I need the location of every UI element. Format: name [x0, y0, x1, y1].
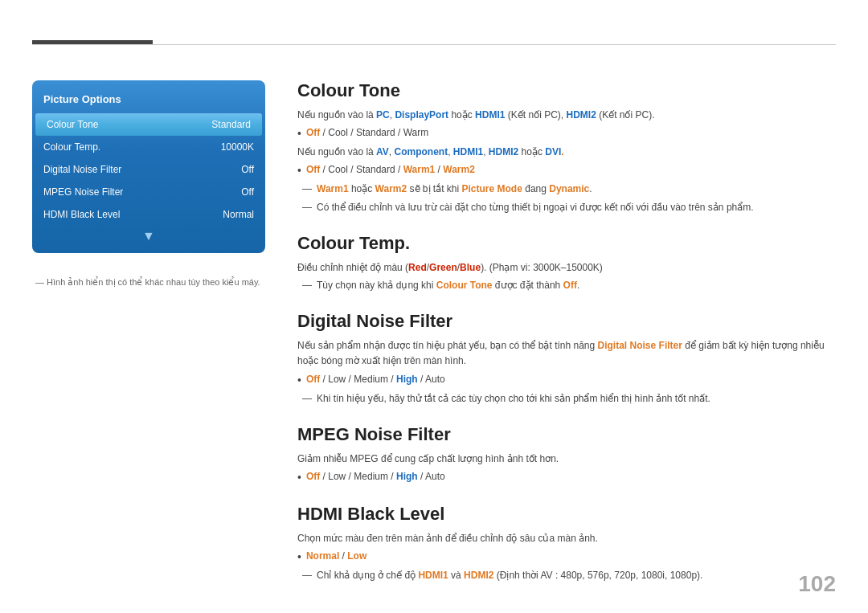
ct-bullet2-text: Off / Cool / Standard / Warm1 / Warm2: [306, 162, 475, 178]
ctemp-dash1-text: Tùy chọn này khả dụng khi Colour Tone đư…: [317, 278, 579, 293]
hbl-line1: Chọn mức màu đen trên màn ảnh để điều ch…: [297, 531, 836, 546]
panel-arrow-icon: ▼: [32, 226, 265, 245]
page-number: 102: [798, 571, 836, 597]
dash-icon1: —: [302, 182, 312, 197]
panel-title: Picture Options: [32, 88, 265, 113]
mnf-line1: Giảm nhiễu MPEG để cung cấp chất lượng h…: [297, 452, 836, 467]
section-title-colour-temp: Colour Temp.: [297, 233, 836, 254]
dash-icon2: —: [302, 200, 312, 215]
bullet-icon4: •: [297, 469, 301, 486]
section-body-digital-noise: Nếu sản phẩm nhận được tín hiệu phát yếu…: [297, 338, 836, 407]
menu-value-digital-noise: Off: [241, 164, 254, 175]
ct-bullet2: • Off / Cool / Standard / Warm1 / Warm2: [297, 162, 836, 179]
menu-label-digital-noise: Digital Noise Filter: [43, 164, 121, 175]
bullet-icon: •: [297, 125, 301, 142]
menu-value-colour-tone: Standard: [211, 119, 251, 130]
picture-options-box: Picture Options Colour Tone Standard Col…: [32, 80, 265, 253]
page-container: Picture Options Colour Tone Standard Col…: [0, 0, 868, 613]
menu-label-colour-temp: Colour Temp.: [43, 141, 100, 153]
dash-icon5: —: [302, 568, 312, 583]
ctemp-line1: Điều chỉnh nhiệt độ màu (Red/Green/Blue)…: [297, 260, 836, 276]
ct-bullet1: • Off / Cool / Standard / Warm: [297, 125, 836, 142]
menu-item-digital-noise[interactable]: Digital Noise Filter Off: [32, 158, 265, 181]
dash-icon4: —: [302, 391, 312, 407]
menu-item-mpeg-noise[interactable]: MPEG Noise Filter Off: [32, 181, 265, 203]
menu-item-colour-temp[interactable]: Colour Temp. 10000K: [32, 136, 265, 158]
hbl-bullet1: • Normal / Low: [297, 549, 836, 566]
section-body-colour-temp: Điều chỉnh nhiệt độ màu (Red/Green/Blue)…: [297, 260, 836, 293]
bullet-icon3: •: [297, 372, 301, 389]
right-panel: Colour Tone Nếu nguồn vào là PC, Display…: [289, 80, 836, 601]
ct-dash1: — Warm1 hoặc Warm2 sẽ bị tắt khi Picture…: [297, 182, 836, 197]
section-title-digital-noise: Digital Noise Filter: [297, 311, 836, 332]
section-body-colour-tone: Nếu nguồn vào là PC, DisplayPort hoặc HD…: [297, 108, 836, 215]
ct-dash1-text: Warm1 hoặc Warm2 sẽ bị tắt khi Picture M…: [317, 182, 592, 197]
menu-label-colour-tone: Colour Tone: [47, 119, 99, 130]
menu-value-colour-temp: 10000K: [221, 141, 254, 153]
top-divider: [32, 44, 836, 45]
menu-value-mpeg-noise: Off: [241, 186, 254, 198]
dnf-dash1-text: Khi tín hiệu yếu, hãy thử tắt cả các tùy…: [317, 391, 710, 407]
dash-icon3: —: [302, 278, 312, 293]
bullet-icon2: •: [297, 162, 301, 179]
section-digital-noise: Digital Noise Filter Nếu sản phẩm nhận đ…: [297, 311, 836, 407]
ct-dash2-text: Có thể điều chỉnh và lưu trừ cài đặt cho…: [317, 200, 754, 215]
section-colour-temp: Colour Temp. Điều chỉnh nhiệt độ màu (Re…: [297, 233, 836, 293]
section-hdmi-black: HDMI Black Level Chọn mức màu đen trên m…: [297, 504, 836, 583]
hbl-bullet1-text: Normal / Low: [306, 549, 366, 564]
mnf-bullet1-text: Off / Low / Medium / High / Auto: [306, 469, 445, 484]
ctemp-dash1: — Tùy chọn này khả dụng khi Colour Tone …: [297, 278, 836, 293]
menu-value-hdmi-black: Normal: [223, 209, 254, 220]
section-title-mpeg-noise: MPEG Noise Filter: [297, 424, 836, 445]
section-colour-tone: Colour Tone Nếu nguồn vào là PC, Display…: [297, 80, 836, 215]
ct-line2: Nếu nguồn vào là AV, Component, HDMI1, H…: [297, 145, 836, 160]
bullet-icon5: •: [297, 549, 301, 566]
left-panel: Picture Options Colour Tone Standard Col…: [32, 80, 265, 601]
content-wrapper: Picture Options Colour Tone Standard Col…: [32, 80, 836, 601]
dnf-bullet1-text: Off / Low / Medium / High / Auto: [306, 372, 445, 387]
mnf-bullet1: • Off / Low / Medium / High / Auto: [297, 469, 836, 486]
ct-bullet1-text: Off / Cool / Standard / Warm: [306, 125, 428, 141]
menu-item-colour-tone[interactable]: Colour Tone Standard: [35, 113, 262, 136]
section-title-hdmi-black: HDMI Black Level: [297, 504, 836, 525]
dnf-dash1: — Khi tín hiệu yếu, hãy thử tắt cả các t…: [297, 391, 836, 407]
section-mpeg-noise: MPEG Noise Filter Giảm nhiễu MPEG để cun…: [297, 424, 836, 486]
menu-label-hdmi-black: HDMI Black Level: [43, 209, 120, 220]
section-title-colour-tone: Colour Tone: [297, 80, 836, 101]
left-panel-note: Hình ảnh hiển thị có thể khác nhau tùy t…: [32, 277, 265, 288]
ct-dash2: — Có thể điều chỉnh và lưu trừ cài đặt c…: [297, 200, 836, 215]
menu-item-hdmi-black[interactable]: HDMI Black Level Normal: [32, 203, 265, 226]
ct-line1: Nếu nguồn vào là PC, DisplayPort hoặc HD…: [297, 108, 836, 123]
dnf-line1: Nếu sản phẩm nhận được tín hiệu phát yếu…: [297, 338, 836, 369]
section-body-hdmi-black: Chọn mức màu đen trên màn ảnh để điều ch…: [297, 531, 836, 583]
menu-label-mpeg-noise: MPEG Noise Filter: [43, 186, 123, 198]
hbl-dash1-text: Chỉ khả dụng ở chế độ HDMI1 và HDMI2 (Đị…: [317, 568, 702, 583]
dnf-bullet1: • Off / Low / Medium / High / Auto: [297, 372, 836, 389]
section-body-mpeg-noise: Giảm nhiễu MPEG để cung cấp chất lượng h…: [297, 452, 836, 486]
hbl-dash1: — Chỉ khả dụng ở chế độ HDMI1 và HDMI2 (…: [297, 568, 836, 583]
